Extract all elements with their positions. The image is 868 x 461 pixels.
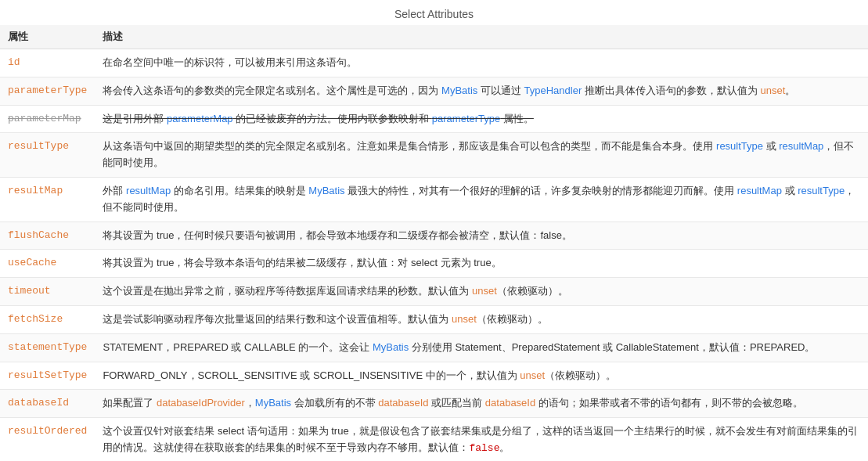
table-header-row: 属性 描述 (0, 25, 868, 49)
attr-name-cell: resultType (0, 133, 95, 178)
attr-desc-cell: 在命名空间中唯一的标识符，可以被用来引用这条语句。 (95, 49, 868, 77)
table-row: databaseId如果配置了 databaseIdProvider，MyBat… (0, 390, 868, 418)
attr-name-cell: useCache (0, 250, 95, 278)
attr-name-cell: flushCache (0, 221, 95, 250)
table-row: useCache将其设置为 true，将会导致本条语句的结果被二级缓存，默认值：… (0, 250, 868, 278)
attr-desc-cell: 这个设置是在抛出异常之前，驱动程序等待数据库返回请求结果的秒数。默认值为 uns… (95, 278, 868, 306)
attr-desc-cell: 这是引用外部 parameterMap 的已经被废弃的方法。使用内联参数映射和 … (95, 105, 868, 133)
header-desc: 描述 (95, 25, 868, 49)
header-attr: 属性 (0, 25, 95, 49)
attr-name-cell: resultMap (0, 177, 95, 221)
attr-desc-cell: 这个设置仅针对嵌套结果 select 语句适用：如果为 true，就是假设包含了… (95, 418, 868, 461)
page-title: Select Attributes (0, 0, 868, 25)
table-row: statementTypeSTATEMENT，PREPARED 或 CALLAB… (0, 333, 868, 362)
table-row: timeout这个设置是在抛出异常之前，驱动程序等待数据库返回请求结果的秒数。默… (0, 278, 868, 306)
attr-name-cell: parameterMap (0, 105, 95, 133)
attr-desc-cell: 外部 resultMap 的命名引用。结果集的映射是 MyBatis 最强大的特… (95, 177, 868, 221)
attr-desc-cell: 将会传入这条语句的参数类的完全限定名或别名。这个属性是可选的，因为 MyBati… (95, 77, 868, 105)
attr-desc-cell: 如果配置了 databaseIdProvider，MyBatis 会加载所有的不… (95, 390, 868, 418)
attr-name-cell: databaseId (0, 390, 95, 418)
attr-name-cell: statementType (0, 333, 95, 362)
attr-name-cell: resultSetType (0, 362, 95, 390)
attr-desc-cell: FORWARD_ONLY，SCROLL_SENSITIVE 或 SCROLL_I… (95, 362, 868, 390)
attr-desc-cell: 从这条语句中返回的期望类型的类的完全限定名或别名。注意如果是集合情形，那应该是集… (95, 133, 868, 178)
attr-desc-cell: 这是尝试影响驱动程序每次批量返回的结果行数和这个设置值相等。默认值为 unset… (95, 305, 868, 333)
attr-desc-cell: 将其设置为 true，任何时候只要语句被调用，都会导致本地缓存和二级缓存都会被清… (95, 221, 868, 250)
table-row: id在命名空间中唯一的标识符，可以被用来引用这条语句。 (0, 49, 868, 77)
attr-name-cell: parameterType (0, 77, 95, 105)
attr-desc-cell: STATEMENT，PREPARED 或 CALLABLE 的一个。这会让 My… (95, 333, 868, 362)
table-row: flushCache将其设置为 true，任何时候只要语句被调用，都会导致本地缓… (0, 221, 868, 250)
table-row: resultMap外部 resultMap 的命名引用。结果集的映射是 MyBa… (0, 177, 868, 221)
table-row: resultSetTypeFORWARD_ONLY，SCROLL_SENSITI… (0, 362, 868, 390)
attr-desc-cell: 将其设置为 true，将会导致本条语句的结果被二级缓存，默认值：对 select… (95, 250, 868, 278)
table-row: resultOrdered这个设置仅针对嵌套结果 select 语句适用：如果为… (0, 418, 868, 461)
attributes-table: 属性 描述 id在命名空间中唯一的标识符，可以被用来引用这条语句。paramet… (0, 25, 868, 461)
table-row: parameterType将会传入这条语句的参数类的完全限定名或别名。这个属性是… (0, 77, 868, 105)
attr-name-cell: timeout (0, 278, 95, 306)
table-row: parameterMap这是引用外部 parameterMap 的已经被废弃的方… (0, 105, 868, 133)
attr-name-cell: resultOrdered (0, 418, 95, 461)
attr-name-cell: fetchSize (0, 305, 95, 333)
table-row: fetchSize这是尝试影响驱动程序每次批量返回的结果行数和这个设置值相等。默… (0, 305, 868, 333)
attr-name-cell: id (0, 49, 95, 77)
table-row: resultType从这条语句中返回的期望类型的类的完全限定名或别名。注意如果是… (0, 133, 868, 178)
